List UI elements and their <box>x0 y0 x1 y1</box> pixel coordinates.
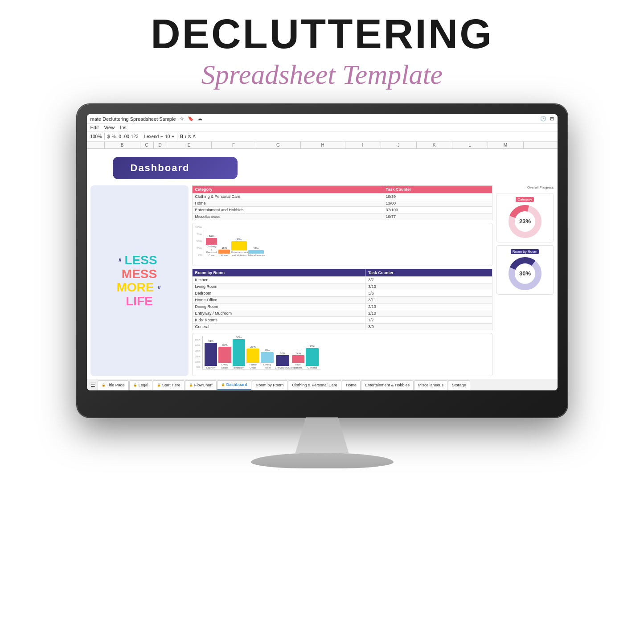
category-name: Entertainment and Hobbies <box>192 207 383 213</box>
room-donut-svg: 30% <box>507 256 543 291</box>
sheets-menu-bar: Edit View Ins <box>87 124 558 131</box>
room-bar-group: 27% Home Office <box>246 345 259 369</box>
room-bar-group: 33% General <box>306 345 319 369</box>
tab-room-by-room[interactable]: Room by Room <box>252 380 288 390</box>
toolbar-zoom[interactable]: 100% <box>90 134 102 139</box>
category-y-axis: 100% 75% 50% 25% 0% <box>195 226 203 257</box>
room-table: Room by Room Task Counter Kitchen3/7Livi… <box>192 269 492 330</box>
room-bar-group: 30% Living Room <box>218 344 231 369</box>
toolbar-font-plus[interactable]: + <box>172 134 174 139</box>
room-bar-pct: 43% <box>208 340 213 342</box>
menu-item-edit[interactable]: Edit <box>90 125 99 130</box>
toolbar-font[interactable]: Lexend <box>144 134 159 139</box>
ry-50: 50% <box>195 338 201 341</box>
page-header: DECLUTTERING Spreadsheet Template <box>0 0 644 100</box>
tab-entertainment---hobbies[interactable]: Entertainment & Hobbies <box>361 380 414 390</box>
room-chart-area: 50% 40% 30% 20% 10% 0% <box>192 333 492 376</box>
room-bar-rect <box>218 347 231 363</box>
row-num-header <box>87 142 105 148</box>
tab-flowchart[interactable]: 🔒FlowChart <box>185 380 217 390</box>
room-donut-card: Room by Room 30% <box>496 245 554 295</box>
bar-pct: 16% <box>222 246 227 249</box>
category-bar-group: 13% Miscellaneous <box>248 247 264 257</box>
column-headers: B C D E F G H I J K L M <box>87 142 558 149</box>
tab-label: Clothing & Personal Care <box>292 383 337 387</box>
slogan-mess: MESS <box>117 267 162 281</box>
room-bar-group: 43% Kitchen <box>205 340 217 369</box>
toolbar-strike[interactable]: S̶ <box>188 134 191 139</box>
tab-label: Home <box>346 383 357 387</box>
dashboard-title: Dashboard <box>131 162 190 173</box>
toolbar-currency[interactable]: $ <box>107 134 110 139</box>
monitor-outer: mate Decluttering Spreadsheet Sample ☆ 🔖… <box>77 104 567 468</box>
tab-home[interactable]: Home <box>342 380 361 390</box>
lock-icon: 🔒 <box>157 383 161 387</box>
tab-legal[interactable]: 🔒Legal <box>129 380 152 390</box>
toolbar-dec1[interactable]: .0 <box>118 134 121 139</box>
star-icon: ☆ <box>180 116 184 122</box>
slogan-less: LESS <box>125 254 157 267</box>
tab-storage[interactable]: Storage <box>448 380 470 390</box>
room-counter: 2/10 <box>365 310 492 317</box>
toolbar-pct[interactable]: % <box>112 134 116 139</box>
col-i: I <box>345 142 381 148</box>
room-table-row: Living Room3/10 <box>192 283 492 290</box>
room-taskcount-header: Task Counter <box>365 269 492 277</box>
dashboard-area: Dashboard 〃 LESS <box>87 149 558 379</box>
category-counter: 13/80 <box>383 200 492 207</box>
bar-pct: 36% <box>236 238 242 241</box>
tab-start-here[interactable]: 🔒Start Here <box>153 380 185 390</box>
grid-icon: ⊞ <box>550 116 554 122</box>
ry-20: 20% <box>195 355 201 358</box>
toolbar-font-size: 10 <box>165 134 170 139</box>
menu-item-ins[interactable]: Ins <box>120 125 127 130</box>
room-name: Kids' Rooms <box>192 317 365 324</box>
room-bar-label: Bedroom <box>234 366 244 369</box>
dashboard-main: 〃 LESS MESS MORE 〃 LIFE <box>87 185 558 379</box>
toolbar-123[interactable]: 123 <box>131 134 139 139</box>
room-name: Bedroom <box>192 290 365 297</box>
room-bar-pct: 27% <box>250 345 256 348</box>
room-counter: 3/10 <box>365 283 492 290</box>
toolbar-dec2[interactable]: .00 <box>123 134 129 139</box>
middle-panel: Category Task Counter Clothing & Persona… <box>192 185 492 376</box>
room-bar-group: 14% Kids' Rooms <box>292 352 305 369</box>
menu-item-view[interactable]: View <box>104 125 115 130</box>
toolbar-bold[interactable]: B <box>180 134 183 139</box>
toolbar-font-minus[interactable]: − <box>160 134 163 139</box>
room-bar-label: Kitchen <box>206 366 215 369</box>
tab-dashboard[interactable]: 🔒Dashboard <box>217 380 251 390</box>
room-counter: 3/7 <box>365 277 492 283</box>
y-100: 100% <box>195 226 202 229</box>
toolbar-sep2 <box>141 133 141 140</box>
col-e: E <box>167 142 212 148</box>
toolbar-sep1 <box>104 133 105 140</box>
slogan-life: LIFE <box>117 295 162 308</box>
toolbar-underline[interactable]: A <box>193 134 196 139</box>
main-title: DECLUTTERING <box>0 13 644 54</box>
category-table-row: Entertainment and Hobbies37/100 <box>192 207 492 213</box>
lock-icon: 🔒 <box>133 383 137 387</box>
y-75: 75% <box>195 233 202 236</box>
lock-icon: 🔒 <box>221 383 225 386</box>
bar-label: Clothing & Personal Care <box>206 245 217 257</box>
tabs-hamburger-button[interactable]: ☰ <box>89 381 97 389</box>
tab-title-page[interactable]: 🔒Title Page <box>98 380 129 390</box>
monitor-wrapper: mate Decluttering Spreadsheet Sample ☆ 🔖… <box>0 104 644 468</box>
room-bar-rect <box>306 348 319 366</box>
room-counter: 3/11 <box>365 297 492 304</box>
dashboard-banner: Dashboard <box>113 157 238 179</box>
tab-miscellaneous[interactable]: Miscellaneous <box>414 380 447 390</box>
tab-clothing---personal-care[interactable]: Clothing & Personal Care <box>288 380 341 390</box>
category-donut-svg: 23% <box>507 204 543 239</box>
bar-rect <box>248 250 264 254</box>
toolbar-italic[interactable]: I <box>185 134 186 139</box>
col-k: K <box>417 142 452 148</box>
sheets-ui: mate Decluttering Spreadsheet Sample ☆ 🔖… <box>87 114 558 390</box>
monitor-stand-base <box>251 453 394 468</box>
room-table-row: Entryway / Mudroom2/10 <box>192 310 492 317</box>
bar-label: Home <box>221 254 228 257</box>
room-bar-label: Entryway/Mudroom <box>275 366 291 369</box>
overall-progress-label: Overall Progress <box>496 185 554 189</box>
room-bar-label: Living Room <box>218 363 231 369</box>
